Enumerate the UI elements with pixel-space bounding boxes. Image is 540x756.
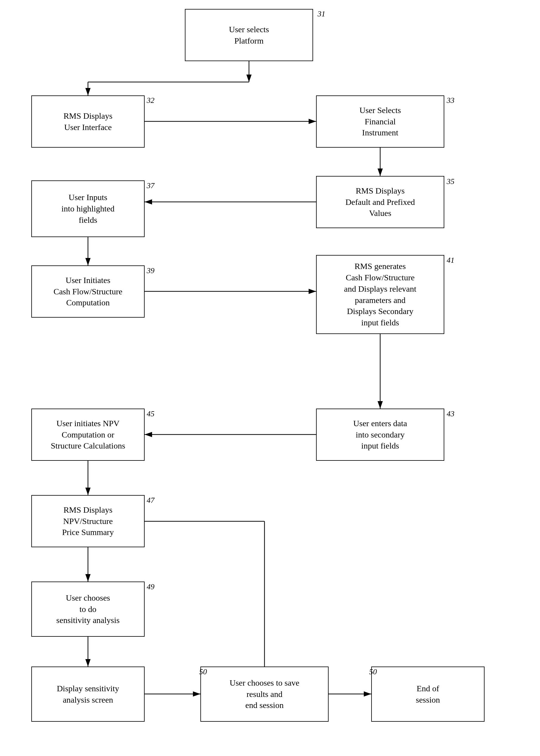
label-37: 37 bbox=[147, 181, 155, 190]
label-35: 35 bbox=[447, 177, 455, 186]
box-user-selects-platform: User selectsPlatform bbox=[185, 9, 313, 61]
label-39: 39 bbox=[147, 266, 155, 275]
box-rms-displays-ui: RMS DisplaysUser Interface bbox=[31, 95, 145, 148]
box-user-chooses-sensitivity: User choosesto dosensitivity analysis bbox=[31, 581, 145, 637]
box-rms-displays-npv: RMS DisplaysNPV/StructurePrice Summary bbox=[31, 495, 145, 547]
box-user-chooses-save: User chooses to saveresults andend sessi… bbox=[201, 667, 329, 722]
box-user-initiates-cashflow: User InitiatesCash Flow/StructureComputa… bbox=[31, 265, 145, 318]
label-41: 41 bbox=[447, 256, 455, 265]
box-rms-generates: RMS generatesCash Flow/Structureand Disp… bbox=[316, 255, 444, 334]
label-45: 45 bbox=[147, 409, 155, 418]
label-47: 47 bbox=[147, 496, 155, 505]
label-50b: 50 bbox=[369, 668, 377, 677]
label-49: 49 bbox=[147, 582, 155, 591]
box-user-selects-fi: User SelectsFinancialInstrument bbox=[316, 95, 444, 148]
label-33: 33 bbox=[447, 96, 455, 105]
box-display-sensitivity: Display sensitivityanalysis screen bbox=[31, 667, 145, 722]
flowchart-diagram: User selectsPlatform RMS DisplaysUser In… bbox=[0, 0, 540, 756]
label-50a: 50 bbox=[199, 668, 207, 677]
box-end-session: End ofsession bbox=[371, 667, 484, 722]
box-rms-displays-default: RMS DisplaysDefault and PrefixedValues bbox=[316, 176, 444, 228]
box-user-inputs: User Inputsinto highlightedfields bbox=[31, 180, 145, 237]
label-32: 32 bbox=[147, 96, 155, 105]
box-user-enters-secondary: User enters datainto secondaryinput fiel… bbox=[316, 408, 444, 461]
label-43: 43 bbox=[447, 409, 455, 418]
box-user-initiates-npv: User initiates NPVComputation orStructur… bbox=[31, 408, 145, 461]
label-31: 31 bbox=[318, 10, 325, 19]
